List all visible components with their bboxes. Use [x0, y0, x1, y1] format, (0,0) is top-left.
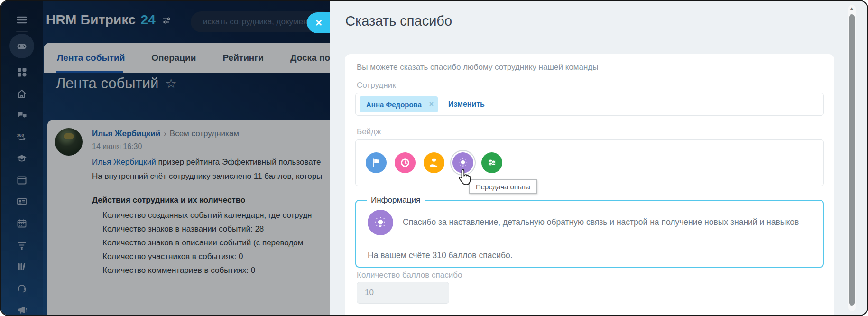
badge-tooltip: Передача опыта: [469, 179, 537, 194]
app-window: 360: [0, 0, 868, 316]
idea-info-icon: [368, 210, 393, 235]
badge-label: Бейдж: [357, 127, 381, 137]
badge-description: Спасибо за наставление, детальную обратн…: [403, 217, 809, 227]
employee-chip[interactable]: Анна Федорова ×: [360, 96, 438, 112]
panel-title: Сказать спасибо: [345, 13, 452, 29]
scrollbar-thumb[interactable]: [849, 14, 855, 306]
info-legend: Информация: [367, 195, 425, 205]
scrollbar-up-arrow[interactable]: ▲: [848, 5, 856, 12]
change-employee-link[interactable]: Изменить: [448, 100, 485, 109]
employee-field[interactable]: Анна Федорова × Изменить: [355, 93, 824, 116]
say-thanks-panel: Сказать спасибо Вы можете сказать спасиб…: [330, 1, 867, 315]
care-badge[interactable]: [424, 152, 444, 173]
close-icon: ×: [313, 17, 325, 28]
panel-scrollbar[interactable]: ▲: [848, 5, 856, 311]
chip-remove-icon[interactable]: ×: [429, 100, 434, 109]
badge-picker: [355, 139, 824, 186]
points-label: Количество баллов спасибо: [357, 270, 462, 280]
say-thanks-form-card: Вы можете сказать спасибо любому сотрудн…: [345, 54, 834, 316]
points-input[interactable]: [357, 282, 449, 304]
balance-text: На вашем счёте 310 баллов спасибо.: [368, 251, 513, 260]
panel-intro-text: Вы можете сказать спасибо любому сотрудн…: [357, 63, 598, 72]
employee-label: Сотрудник: [357, 81, 396, 90]
info-fieldset: Информация Спасибо за наставление, детал…: [355, 195, 824, 268]
cursor-pointer-icon: [457, 168, 473, 189]
flag-badge[interactable]: [366, 152, 387, 173]
coins-badge[interactable]: [481, 152, 502, 173]
clock-badge[interactable]: [395, 152, 416, 173]
dim-overlay: [1, 1, 333, 315]
